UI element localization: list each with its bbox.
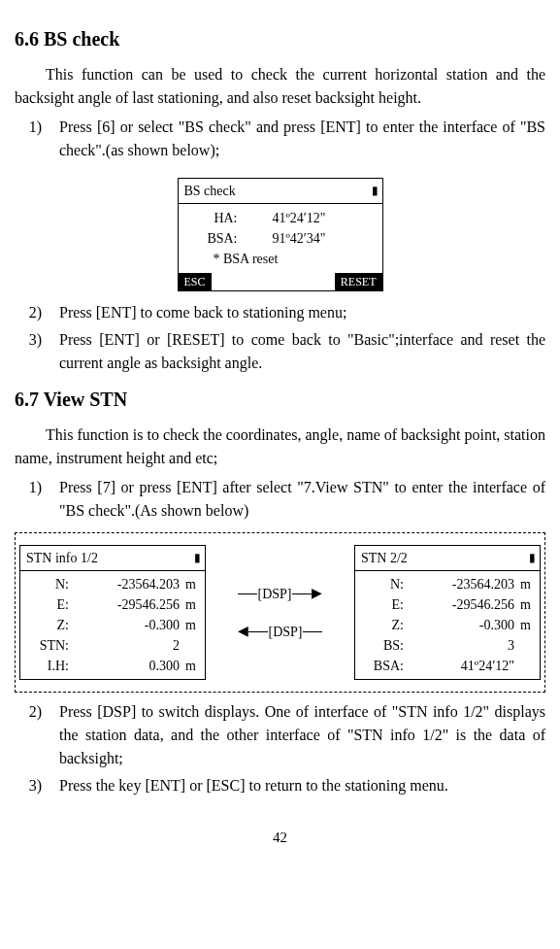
data-row: N:-23564.203m [359, 574, 536, 594]
data-row: BS:3 [359, 635, 536, 656]
stn-info-2-screen: STN 2/2 ▮ N:-23564.203mE:-29546.256mZ:-0… [354, 545, 541, 680]
row-value: -29546.256 [410, 594, 518, 615]
bs-check-screen: BS check ▮ HA: 41º24′12" BSA: 91º42′34" … [178, 178, 383, 291]
row-label: STN: [24, 635, 75, 656]
row-unit [518, 635, 536, 656]
row-unit [183, 635, 201, 656]
data-row: I.H:0.300m [24, 656, 201, 676]
row-value: -23564.203 [410, 574, 518, 594]
row-unit: m [183, 574, 201, 594]
sec67-step1: Press [7] or press [ENT] after select "7… [53, 476, 545, 523]
row-value: 0.300 [75, 656, 183, 676]
data-row: E:-29546.256m [359, 594, 536, 615]
row-label: E: [359, 594, 410, 615]
screen-title: STN 2/2 [361, 551, 408, 565]
row-unit: m [518, 594, 536, 615]
screen-title: BS check [184, 184, 236, 198]
row-value: -29546.256 [75, 594, 183, 615]
row-unit: m [183, 656, 201, 676]
battery-icon: ▮ [194, 549, 201, 566]
ha-label: HA: [184, 208, 244, 228]
data-row: Z:-0.300m [24, 615, 201, 635]
sec67-step3: Press the key [ENT] or [ESC] to return t… [53, 774, 545, 797]
arrow-left-icon: ◀ [238, 625, 248, 638]
row-value: -0.300 [75, 615, 183, 635]
row-label: E: [24, 594, 75, 615]
bsa-label: BSA: [184, 228, 244, 249]
row-value: 2 [75, 635, 183, 656]
bsa-value: 91º42′34" [244, 228, 359, 249]
dsp-label: [DSP] [268, 622, 302, 642]
row-unit: m [518, 574, 536, 594]
sec66-step3: Press [ENT] or [RESET] to come back to "… [53, 328, 545, 375]
section-heading-6-7: 6.7 View STN [15, 385, 545, 414]
row-value: -0.300 [410, 615, 518, 635]
data-row: N:-23564.203m [24, 574, 201, 594]
section-heading-6-6: 6.6 BS check [15, 24, 545, 53]
sec66-step2: Press [ENT] to come back to stationing m… [53, 301, 545, 324]
sec66-step1: Press [6] or select "BS check" and press… [53, 116, 545, 162]
dsp-label: [DSP] [257, 584, 291, 604]
reset-button[interactable]: RESET [335, 273, 382, 290]
bsa-reset-note: * BSA reset [184, 249, 377, 269]
row-value: 41º24′12" [410, 656, 518, 676]
dsp-arrows: [DSP]▶ ◀[DSP] [238, 584, 321, 642]
battery-icon: ▮ [372, 182, 379, 199]
row-label: N: [359, 574, 410, 594]
row-unit: m [183, 594, 201, 615]
ha-value: 41º24′12" [244, 208, 359, 228]
data-row: BSA:41º24′12" [359, 656, 536, 676]
row-label: Z: [24, 615, 75, 635]
row-unit [518, 656, 536, 676]
stn-screens-diagram: STN info 1/2 ▮ N:-23564.203mE:-29546.256… [15, 532, 545, 693]
row-label: BSA: [359, 656, 410, 676]
data-row: E:-29546.256m [24, 594, 201, 615]
row-label: BS: [359, 635, 410, 656]
esc-button[interactable]: ESC [179, 273, 212, 290]
data-row: Z:-0.300m [359, 615, 536, 635]
row-value: -23564.203 [75, 574, 183, 594]
row-label: I.H: [24, 656, 75, 676]
page-number: 42 [15, 827, 545, 849]
row-unit: m [183, 615, 201, 635]
arrow-right-icon: ▶ [312, 587, 322, 600]
section-intro-6-6: This function can be used to check the c… [15, 63, 545, 110]
battery-icon: ▮ [529, 549, 536, 566]
row-label: N: [24, 574, 75, 594]
sec67-step2: Press [DSP] to switch displays. One of i… [53, 700, 545, 770]
section-intro-6-7: This function is to check the coordinate… [15, 424, 545, 470]
stn-info-1-screen: STN info 1/2 ▮ N:-23564.203mE:-29546.256… [19, 545, 206, 680]
row-value: 3 [410, 635, 518, 656]
row-unit: m [518, 615, 536, 635]
row-label: Z: [359, 615, 410, 635]
screen-title: STN info 1/2 [26, 551, 98, 565]
data-row: STN:2 [24, 635, 201, 656]
